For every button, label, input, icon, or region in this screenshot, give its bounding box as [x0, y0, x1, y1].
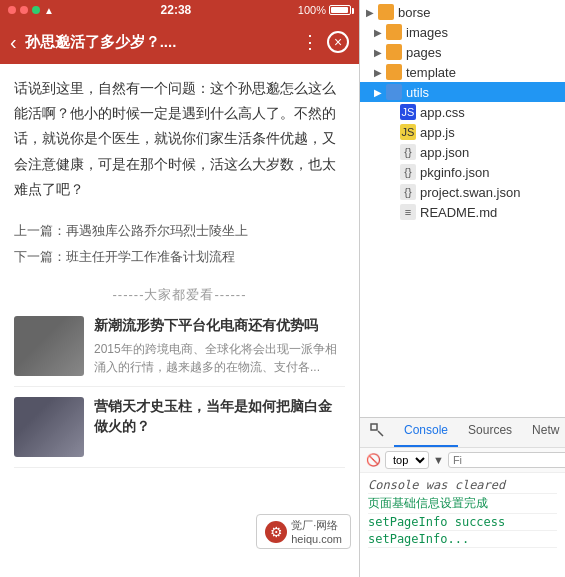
related-title-1: 新潮流形势下平台化电商还有优势吗 [94, 316, 345, 336]
mobile-panel: ▲ 22:38 100% ‹ 孙思邈活了多少岁？.... ⋮ × 话说到这里，自… [0, 0, 360, 577]
status-bar-right: 100% [298, 4, 351, 16]
tab-console[interactable]: Console [394, 418, 458, 447]
related-item[interactable]: 新潮流形势下平台化电商还有优势吗 2015年的跨境电商、全球化将会出现一派争相涌… [14, 316, 345, 387]
close-button[interactable]: × [327, 31, 349, 53]
file-tree: ▶ borse ▶ images ▶ pages ▶ template ▶ ut… [360, 0, 565, 417]
watermark-symbol: ⚙ [270, 524, 283, 540]
dropdown-arrow: ▼ [433, 454, 444, 466]
devtools-toolbar: 🚫 top ▼ [360, 448, 565, 473]
svg-rect-0 [371, 424, 377, 430]
tab-sources[interactable]: Sources [458, 418, 522, 447]
tab-network[interactable]: Netw [522, 418, 565, 447]
status-bar: ▲ 22:38 100% [0, 0, 359, 20]
console-line-3: setPageInfo... [368, 531, 557, 548]
devtools-tabs: Console Sources Netw [360, 418, 565, 448]
folder-icon-utils [386, 84, 402, 100]
arrow-images: ▶ [374, 27, 386, 38]
tree-label-images: images [406, 25, 448, 40]
nav-icons: ⋮ × [301, 31, 349, 53]
tree-label-template: template [406, 65, 456, 80]
content-area[interactable]: 话说到这里，自然有一个问题：这个孙思邈怎么这么能活啊？他小的时候一定是遇到什么高… [0, 64, 359, 577]
tree-label-pkginfo: pkginfo.json [420, 165, 489, 180]
file-icon-projectjson: {} [400, 184, 416, 200]
battery-percent: 100% [298, 4, 326, 16]
arrow-pages: ▶ [374, 47, 386, 58]
dot-red [8, 6, 16, 14]
tree-label-readme: README.md [420, 205, 497, 220]
watermark-icon: ⚙ [265, 521, 287, 543]
related-item-info-1: 新潮流形势下平台化电商还有优势吗 2015年的跨境电商、全球化将会出现一派争相涌… [94, 316, 345, 376]
more-icon[interactable]: ⋮ [301, 31, 319, 53]
tree-item-template[interactable]: ▶ template [360, 62, 565, 82]
tree-label-appjs: app.js [420, 125, 455, 140]
tree-item-projectjson[interactable]: {} project.swan.json [360, 182, 565, 202]
tree-item-appjson[interactable]: {} app.json [360, 142, 565, 162]
file-icon-appjson: {} [400, 144, 416, 160]
related-desc-1: 2015年的跨境电商、全球化将会出现一派争相涌入的行情，越来越多的在物流、支付各… [94, 340, 345, 376]
nav-bar: ‹ 孙思邈活了多少岁？.... ⋮ × [0, 20, 359, 64]
arrow-template: ▶ [374, 67, 386, 78]
file-icon-readme: ≡ [400, 204, 416, 220]
tree-item-appcss[interactable]: JS app.css [360, 102, 565, 122]
wifi-icon: ▲ [44, 5, 54, 16]
next-article-link[interactable]: 下一篇：班主任开学工作准备计划流程 [14, 244, 345, 270]
right-panel: ▶ borse ▶ images ▶ pages ▶ template ▶ ut… [360, 0, 565, 577]
tree-label-appcss: app.css [420, 105, 465, 120]
console-line-2: setPageInfo success [368, 514, 557, 531]
article-nav-links: 上一篇：再遇独库公路乔尔玛烈士陵坐上 下一篇：班主任开学工作准备计划流程 [14, 218, 345, 270]
tree-item-pkginfo[interactable]: {} pkginfo.json [360, 162, 565, 182]
tree-label-pages: pages [406, 45, 441, 60]
article-body: 话说到这里，自然有一个问题：这个孙思邈怎么这么能活啊？他小的时候一定是遇到什么高… [14, 76, 345, 202]
battery-icon [329, 5, 351, 15]
thumb-img-2 [14, 397, 84, 457]
tree-label-borse: borse [398, 5, 431, 20]
svg-line-1 [378, 431, 383, 436]
console-line-1: 页面基础信息设置完成 [368, 494, 557, 514]
watermark-text: 觉厂·网络 heiqu.com [291, 518, 342, 545]
related-thumb-2 [14, 397, 84, 457]
watermark-line2: heiqu.com [291, 533, 342, 545]
related-divider: ------大家都爱看------ [14, 286, 345, 304]
folder-icon-borse [378, 4, 394, 20]
related-item-2[interactable]: 营销天才史玉柱，当年是如何把脑白金做火的？ [14, 397, 345, 468]
tab-inspect[interactable] [360, 418, 394, 447]
arrow-utils: ▶ [374, 87, 386, 98]
arrow-borse: ▶ [366, 7, 378, 18]
tree-item-borse[interactable]: ▶ borse [360, 2, 565, 22]
folder-icon-pages [386, 44, 402, 60]
battery-fill [331, 7, 348, 13]
file-icon-appjs: JS [400, 124, 416, 140]
console-filter-input[interactable] [448, 452, 565, 468]
related-thumb-1 [14, 316, 84, 376]
dot-yellow [20, 6, 28, 14]
prev-article-link[interactable]: 上一篇：再遇独库公路乔尔玛烈士陵坐上 [14, 218, 345, 244]
tree-label-utils: utils [406, 85, 429, 100]
related-title-2: 营销天才史玉柱，当年是如何把脑白金做火的？ [94, 397, 345, 436]
file-icon-appcss: JS [400, 104, 416, 120]
devtools-console: Console was cleared 页面基础信息设置完成 setPageIn… [360, 473, 565, 577]
tree-item-readme[interactable]: ≡ README.md [360, 202, 565, 222]
devtools-panel: Console Sources Netw 🚫 top ▼ Console was… [360, 417, 565, 577]
related-articles-list: 新潮流形势下平台化电商还有优势吗 2015年的跨境电商、全球化将会出现一派争相涌… [14, 316, 345, 468]
clear-console-icon[interactable]: 🚫 [366, 453, 381, 467]
inspect-icon [370, 423, 384, 437]
status-bar-left: ▲ [8, 5, 54, 16]
nav-title: 孙思邈活了多少岁？.... [25, 33, 301, 52]
status-time: 22:38 [161, 3, 192, 17]
watermark: ⚙ 觉厂·网络 heiqu.com [256, 514, 351, 549]
related-item-info-2: 营销天才史玉柱，当年是如何把脑白金做火的？ [94, 397, 345, 440]
folder-icon-template [386, 64, 402, 80]
tree-item-utils[interactable]: ▶ utils [360, 82, 565, 102]
tree-item-appjs[interactable]: JS app.js [360, 122, 565, 142]
watermark-line1: 觉厂·网络 [291, 518, 342, 533]
tree-label-appjson: app.json [420, 145, 469, 160]
thumb-img-1 [14, 316, 84, 376]
back-button[interactable]: ‹ [10, 31, 17, 54]
tree-label-projectjson: project.swan.json [420, 185, 520, 200]
console-line-cleared: Console was cleared [368, 477, 557, 494]
tree-item-images[interactable]: ▶ images [360, 22, 565, 42]
context-select[interactable]: top [385, 451, 429, 469]
file-icon-pkginfo: {} [400, 164, 416, 180]
mobile-content-wrapper: 话说到这里，自然有一个问题：这个孙思邈怎么这么能活啊？他小的时候一定是遇到什么高… [0, 64, 359, 577]
tree-item-pages[interactable]: ▶ pages [360, 42, 565, 62]
